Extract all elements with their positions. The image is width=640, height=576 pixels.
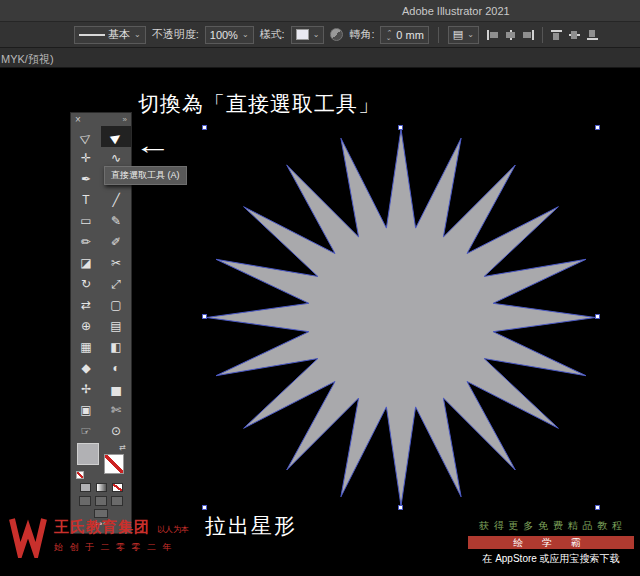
selection-handle[interactable] bbox=[595, 314, 600, 319]
document-setup-dropdown[interactable]: ▤ ⌄ bbox=[448, 26, 479, 44]
tools-panel-header: × » bbox=[71, 113, 131, 126]
selection-handle[interactable] bbox=[202, 505, 207, 510]
rotate-tool[interactable]: ↻ bbox=[71, 273, 101, 294]
direct-selection-tool[interactable]: ▶ bbox=[101, 126, 131, 147]
selection-handle[interactable] bbox=[595, 505, 600, 510]
lasso-icon: ∿ bbox=[111, 151, 121, 165]
promo-watermark: 获 得 更 多 免 费 精 品 教 程 绘 学 霸 在 AppStore 或应用… bbox=[468, 519, 634, 566]
selection-handle[interactable] bbox=[202, 125, 207, 130]
lasso-tool[interactable]: ∿ bbox=[101, 147, 131, 168]
graph-tool[interactable]: ▅ bbox=[101, 378, 131, 399]
tutorial-heading: 切換為「直接選取工具」 bbox=[138, 90, 380, 118]
eyedropper-tool[interactable]: ◆ bbox=[71, 357, 101, 378]
selection-tool[interactable]: ▷ bbox=[71, 126, 101, 147]
eraser-icon: ◪ bbox=[80, 256, 91, 270]
scissors-tool[interactable]: ✂ bbox=[101, 252, 131, 273]
stepper-arrows-icon[interactable]: ⌃⌄ bbox=[385, 30, 391, 40]
slice-tool[interactable]: ✄ bbox=[101, 399, 131, 420]
direct-selection-arrow-icon: ▶ bbox=[108, 128, 124, 145]
free-transform-tool[interactable]: ▢ bbox=[101, 294, 131, 315]
none-icon[interactable] bbox=[112, 483, 123, 492]
line-swatch-icon bbox=[79, 34, 105, 36]
align-left-icon[interactable] bbox=[485, 28, 500, 42]
tutorial-caption: 拉出星形 bbox=[205, 512, 297, 540]
chevron-down-icon: ⌄ bbox=[134, 30, 141, 39]
corner-stepper[interactable]: ⌃⌄ 0 mm bbox=[380, 26, 428, 44]
align-v-center-icon[interactable] bbox=[567, 28, 582, 42]
width-tool[interactable]: ⇄ bbox=[71, 294, 101, 315]
corner-label: 轉角: bbox=[349, 27, 374, 42]
pencil-tool[interactable]: ✏ bbox=[71, 231, 101, 252]
hand-tool[interactable]: ☞ bbox=[71, 420, 101, 441]
align-bottom-icon[interactable] bbox=[585, 28, 600, 42]
perspective-grid-tool[interactable]: ▤ bbox=[101, 315, 131, 336]
align-top-icon[interactable] bbox=[549, 28, 564, 42]
scale-icon: ⤢ bbox=[111, 277, 121, 291]
promo-line1: 获 得 更 多 免 费 精 品 教 程 bbox=[468, 519, 634, 533]
collapse-panel-icon[interactable]: » bbox=[123, 113, 127, 126]
style-dropdown[interactable]: ⌄ bbox=[291, 26, 325, 44]
magic-wand-tool[interactable]: ✛ bbox=[71, 147, 101, 168]
mesh-tool[interactable]: ▦ bbox=[71, 336, 101, 357]
stroke-swatch[interactable] bbox=[104, 454, 124, 474]
eraser-tool[interactable]: ◪ bbox=[71, 252, 101, 273]
width-icon: ⇄ bbox=[81, 298, 91, 312]
fill-color-icon[interactable] bbox=[80, 483, 91, 492]
brand-founded-line: 始 创 于 二 零 零 二 年 bbox=[54, 541, 189, 554]
style-label: 樣式: bbox=[260, 27, 285, 42]
align-h-center-icon[interactable] bbox=[503, 28, 518, 42]
stroke-profile-dropdown[interactable]: 基本 ⌄ bbox=[74, 26, 146, 44]
default-fill-stroke-icon[interactable] bbox=[76, 471, 84, 479]
star-shape[interactable] bbox=[205, 128, 597, 507]
star-selection-box bbox=[205, 128, 597, 507]
rotate-icon: ↻ bbox=[81, 277, 91, 291]
shape-builder-tool[interactable]: ⊕ bbox=[71, 315, 101, 336]
artboard-tool[interactable]: ▣ bbox=[71, 399, 101, 420]
eyedropper-icon: ◆ bbox=[81, 361, 90, 375]
window-title: Adobe Illustrator 2021 bbox=[402, 5, 510, 17]
fill-stroke-indicator: ⇄ bbox=[71, 441, 131, 481]
draw-inside-icon[interactable] bbox=[111, 496, 123, 506]
selection-handle[interactable] bbox=[398, 505, 403, 510]
rectangle-icon: ▭ bbox=[80, 214, 91, 228]
brand-name: 王氏教育集团 bbox=[54, 518, 150, 537]
rectangle-tool[interactable]: ▭ bbox=[71, 210, 101, 231]
brand-slogan: 以人为本 bbox=[157, 524, 189, 535]
graph-icon: ▅ bbox=[111, 382, 120, 396]
style-swatch-icon bbox=[296, 29, 309, 40]
selection-handle[interactable] bbox=[398, 125, 403, 130]
blend-icon: ◐ bbox=[112, 361, 119, 375]
selection-handle[interactable] bbox=[595, 125, 600, 130]
close-icon[interactable]: × bbox=[75, 113, 81, 126]
scissors-icon: ✂ bbox=[111, 256, 121, 270]
chevron-down-icon: ⌄ bbox=[313, 30, 320, 39]
selection-handle[interactable] bbox=[202, 314, 207, 319]
line-segment-tool[interactable]: ╱ bbox=[101, 189, 131, 210]
zoom-tool[interactable]: ⊙ bbox=[101, 420, 131, 441]
promo-app-name: 绘 学 霸 bbox=[468, 536, 634, 549]
brand-watermark: 王氏教育集团 以人为本 始 创 于 二 零 零 二 年 bbox=[8, 514, 189, 558]
free-transform-icon: ▢ bbox=[110, 298, 121, 312]
shaper-tool[interactable]: ✐ bbox=[101, 231, 131, 252]
recolor-artwork-icon[interactable] bbox=[330, 28, 343, 41]
swap-fill-stroke-icon[interactable]: ⇄ bbox=[119, 443, 126, 452]
draw-normal-icon[interactable] bbox=[79, 496, 91, 506]
opacity-dropdown[interactable]: 100% ⌄ bbox=[205, 26, 254, 44]
align-right-icon[interactable] bbox=[521, 28, 536, 42]
type-tool[interactable]: T bbox=[71, 189, 101, 210]
corner-value: 0 mm bbox=[396, 29, 424, 41]
gradient-icon[interactable] bbox=[96, 483, 107, 492]
gradient-tool[interactable]: ◧ bbox=[101, 336, 131, 357]
document-tab[interactable]: MYK/預視) bbox=[1, 52, 54, 67]
draw-behind-icon[interactable] bbox=[95, 496, 107, 506]
selection-arrow-icon: ▷ bbox=[78, 128, 94, 145]
scale-tool[interactable]: ⤢ bbox=[101, 273, 131, 294]
mesh-icon: ▦ bbox=[80, 340, 91, 354]
fill-swatch[interactable] bbox=[77, 443, 99, 465]
chevron-down-icon: ⌄ bbox=[467, 30, 474, 39]
pen-tool[interactable]: ✒ bbox=[71, 168, 101, 189]
blend-tool[interactable]: ◐ bbox=[101, 357, 131, 378]
slice-icon: ✄ bbox=[111, 403, 121, 417]
symbol-sprayer-tool[interactable]: ✢ bbox=[71, 378, 101, 399]
paintbrush-tool[interactable]: ✎ bbox=[101, 210, 131, 231]
